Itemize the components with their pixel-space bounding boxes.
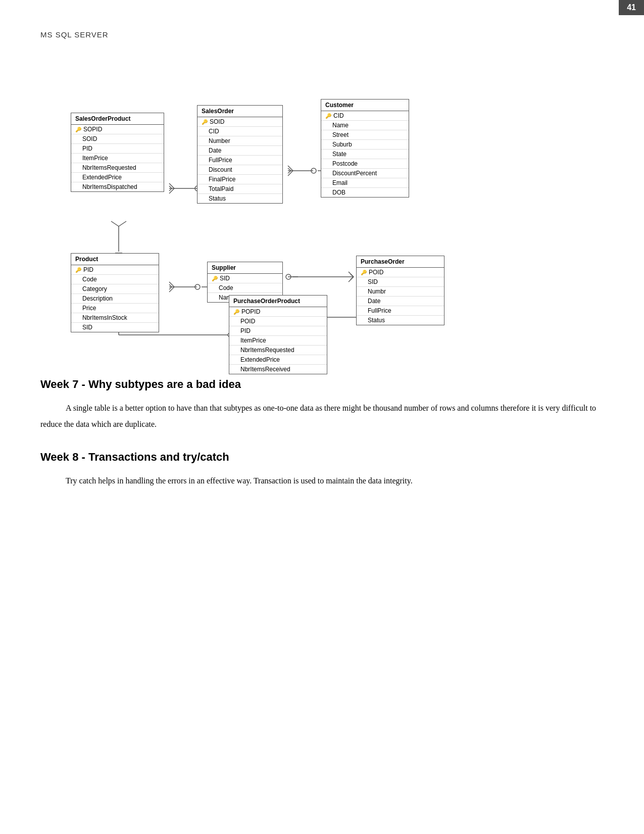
erd-diagram: SalesOrderProduct 🔑SOPID SOID PID ItemPr… [40,55,604,358]
header-title: MS SQL SERVER [40,30,109,39]
svg-line-14 [288,171,293,176]
table-row: Date [197,146,282,156]
table-header: PurchaseOrder [357,256,444,268]
svg-line-31 [351,274,354,277]
table-row: TotalPaid [197,184,282,194]
table-row: ItemPrice [229,336,327,346]
table-row: SID [357,277,444,287]
table-row: Code [208,283,282,293]
table-row: NbrItemsRequested [229,346,327,355]
svg-line-32 [351,277,354,279]
svg-line-16 [288,171,291,173]
table-row: POID [229,317,327,326]
table-row: NbrItemsDispatched [71,182,164,191]
svg-line-21 [169,287,174,292]
page: 41 MS SQL SERVER [0,0,644,834]
table-row: Status [357,316,444,325]
section-week8: Week 8 - Transactions and try/catch Try … [40,451,604,489]
table-product: Product 🔑PID Code Category Description P… [71,253,159,332]
table-row: Numbr [357,287,444,297]
svg-point-17 [311,168,316,173]
table-header: SalesOrderProduct [71,113,164,125]
section-body-week8: Try catch helps in handling the errors i… [40,473,604,489]
table-row: 🔑SOID [197,117,282,127]
table-row: ExtendedPrice [229,355,327,365]
table-sales-order: SalesOrder 🔑SOID CID Number Date FullPri… [197,105,283,204]
table-row: Email [321,178,409,188]
table-row: Discount [197,165,282,175]
section-week7: Week 7 - Why subtypes are a bad idea A s… [40,378,604,432]
table-row: SID [71,323,159,332]
table-row: 🔑POID [357,268,444,277]
svg-line-13 [288,166,293,171]
table-row: Number [197,136,282,146]
table-row: ExtendedPrice [71,173,164,182]
table-row: Price [71,304,159,313]
table-row: 🔑CID [321,111,409,121]
svg-point-27 [286,274,291,279]
table-row: DiscountPercent [321,169,409,178]
table-header: Supplier [208,262,282,274]
table-row: Street [321,130,409,140]
table-purchase-order-product: PurchaseOrderProduct 🔑POPID POID PID Ite… [229,295,327,374]
page-number: 41 [619,0,644,15]
svg-point-24 [195,284,200,289]
section-paragraph-week7: A single table is a better option to hav… [40,400,604,432]
table-row: Postcode [321,159,409,169]
table-row: Category [71,284,159,294]
table-row: ItemPrice [71,154,164,163]
table-row: 🔑POPID [229,307,327,317]
svg-line-7 [169,188,174,193]
svg-line-6 [169,183,174,188]
table-header: Product [71,254,159,265]
svg-line-9 [169,188,172,191]
svg-line-2 [119,221,126,226]
table-row: SOID [71,134,164,144]
page-header: MS SQL SERVER [40,30,604,39]
svg-line-1 [111,221,119,226]
table-row: DOB [321,188,409,197]
table-row: Status [197,194,282,203]
table-header: Customer [321,100,409,111]
table-sales-order-product: SalesOrderProduct 🔑SOPID SOID PID ItemPr… [71,113,164,192]
table-row: NbrItemsInStock [71,313,159,323]
section-heading-week8: Week 8 - Transactions and try/catch [40,451,604,464]
table-row: Description [71,294,159,304]
table-row: 🔑SID [208,274,282,283]
section-heading-week7: Week 7 - Why subtypes are a bad idea [40,378,604,391]
table-row: 🔑SOPID [71,125,164,134]
table-row: Date [357,297,444,306]
table-row: FullPrice [357,306,444,316]
svg-line-22 [169,284,172,287]
svg-line-15 [288,168,291,171]
svg-line-20 [169,282,174,287]
table-header: SalesOrder [197,106,282,117]
table-row: PID [229,326,327,336]
table-row: Suburb [321,140,409,150]
table-customer: Customer 🔑CID Name Street Suburb State P… [321,99,409,198]
table-row: FinalPrice [197,175,282,184]
svg-line-8 [169,186,172,188]
table-row: State [321,150,409,159]
table-header: PurchaseOrderProduct [229,296,327,307]
table-row: NbrItemsRequested [71,163,164,173]
section-body-week7: A single table is a better option to hav… [40,400,604,432]
table-row: Code [71,275,159,284]
section-paragraph-week8: Try catch helps in handling the errors i… [40,473,604,489]
table-purchase-order: PurchaseOrder 🔑POID SID Numbr Date FullP… [356,256,444,325]
table-row: Name [321,121,409,130]
table-row: NbrItemsReceived [229,365,327,374]
table-row: CID [197,127,282,136]
svg-line-29 [349,272,354,277]
svg-line-30 [349,277,354,282]
table-row: FullPrice [197,156,282,165]
table-row: PID [71,144,164,154]
svg-line-23 [169,287,172,289]
table-row: 🔑PID [71,265,159,275]
